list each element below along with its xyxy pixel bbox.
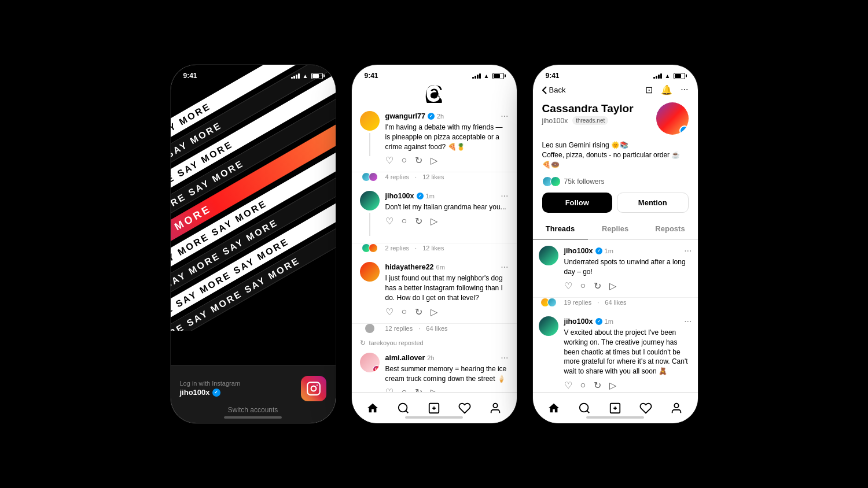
signal-icon-2 xyxy=(472,73,481,79)
share-icon-2[interactable]: ▷ xyxy=(431,216,437,227)
comment-profile-2[interactable]: ○ xyxy=(580,380,586,391)
compose-nav-icon-3[interactable] xyxy=(607,400,623,416)
comment-icon-1[interactable]: ○ xyxy=(402,155,407,166)
repost-icon-3[interactable]: ↻ xyxy=(415,306,422,317)
heart-profile-1[interactable]: ♡ xyxy=(564,280,572,291)
profile-verified-badge: ✓ xyxy=(679,125,689,135)
heart-icon-2[interactable]: ♡ xyxy=(385,216,393,227)
comment-icon-2[interactable]: ○ xyxy=(402,216,407,227)
more-options-icon[interactable]: ··· xyxy=(681,84,688,95)
repost-more-btn[interactable]: ··· xyxy=(501,353,508,363)
verified-1: ✓ xyxy=(428,113,435,120)
bell-icon[interactable]: 🔔 xyxy=(661,84,672,95)
tab-threads[interactable]: Threads xyxy=(533,219,588,239)
follow-button[interactable]: Follow xyxy=(542,193,613,213)
phone3-screen: 9:41 ▲ Back xyxy=(533,65,698,423)
profile-post-time-1: 1m xyxy=(605,247,613,254)
post-meta-3: hidayathere22 6m xyxy=(385,263,445,271)
feed-scroll-area[interactable]: gwangurl77 ✓ 2h ··· I'm having a debate … xyxy=(352,105,517,404)
status-icons-2: ▲ xyxy=(472,73,504,79)
tab-reposts[interactable]: Reposts xyxy=(643,219,698,239)
post-text-2: Don't let my Italian grandma hear you... xyxy=(385,202,509,212)
stats-avatars-2 xyxy=(362,243,378,253)
profile-followers: 75k followers xyxy=(533,174,698,193)
profile-nav-icon[interactable] xyxy=(487,400,503,416)
time-1: 9:41 xyxy=(183,72,197,80)
home-nav-icon[interactable] xyxy=(365,400,381,416)
repost-time: 2h xyxy=(427,354,434,361)
profile-tabs: Threads Replies Reposts xyxy=(533,219,698,240)
likes-text-3: 64 likes xyxy=(426,325,447,332)
post-3: hidayathere22 6m ··· I just found out th… xyxy=(352,256,517,323)
repost-icon-1[interactable]: ↻ xyxy=(415,155,422,166)
followers-avatars xyxy=(542,176,561,187)
profile-bio: Leo sun Gemini rising 🌞📚 Coffee, pizza, … xyxy=(533,139,698,174)
repost-profile-2[interactable]: ↻ xyxy=(594,380,601,391)
heart-nav-icon-3[interactable] xyxy=(638,400,654,416)
avatar-gwangurl77 xyxy=(360,111,380,131)
profile-post-text-1: Underrated spots to unwind after a long … xyxy=(564,257,692,277)
phone1-screen: 9:41 ▲ xyxy=(171,65,336,423)
comment-icon-3[interactable]: ○ xyxy=(402,306,407,317)
home-indicator-3 xyxy=(586,416,644,419)
more-btn-2[interactable]: ··· xyxy=(501,191,508,201)
heart-profile-2[interactable]: ♡ xyxy=(564,380,572,391)
wifi-icon-1: ▲ xyxy=(303,73,308,79)
search-nav-icon[interactable] xyxy=(395,400,411,416)
profile-post-1: jiho100x ✓ 1m ··· Underrated spots to un… xyxy=(533,240,698,298)
feed-header xyxy=(352,80,517,105)
threads-mini-badge: G xyxy=(373,365,380,372)
post-header-2: jiho100x ✓ 1m ··· xyxy=(385,191,509,201)
share-profile-1[interactable]: ▷ xyxy=(609,280,616,291)
repost-icon-2[interactable]: ↻ xyxy=(415,216,422,227)
profile-handle: jiho100x xyxy=(542,117,568,125)
heart-nav-icon[interactable] xyxy=(457,400,473,416)
battery-icon-1 xyxy=(311,73,323,79)
home-nav-icon-3[interactable] xyxy=(546,400,562,416)
profile-post-meta-1: jiho100x ✓ 1m xyxy=(564,247,613,255)
search-nav-icon-3[interactable] xyxy=(576,400,593,416)
post-content-3: hidayathere22 6m ··· I just found out th… xyxy=(385,262,509,317)
profile-post-more-1[interactable]: ··· xyxy=(684,246,692,256)
battery-icon-2 xyxy=(492,73,504,79)
signal-icon-1 xyxy=(291,73,300,79)
gallery-icon[interactable]: ⊡ xyxy=(645,84,653,95)
profile-thread-line-1 xyxy=(539,246,558,291)
bio-text-line2: Coffee, pizza, donuts - no particular or… xyxy=(542,150,689,170)
verified-2: ✓ xyxy=(417,193,424,199)
username-3: hidayathere22 xyxy=(385,263,434,271)
heart-icon-3[interactable]: ♡ xyxy=(385,306,393,317)
login-with-label: Log in with Instagram xyxy=(180,380,241,387)
phone-login: 9:41 ▲ xyxy=(171,65,336,423)
time-2: 9:41 xyxy=(365,72,378,80)
instagram-login-button[interactable] xyxy=(301,376,326,401)
profile-post-username-1: jiho100x xyxy=(564,247,593,255)
profile-nav-icon-3[interactable] xyxy=(668,400,685,416)
post-text-3: I just found out that my neighbor's dog … xyxy=(385,273,509,302)
mention-button[interactable]: Mention xyxy=(617,193,689,213)
wifi-icon-2: ▲ xyxy=(484,73,490,79)
post-meta-2: jiho100x ✓ 1m xyxy=(385,192,435,200)
phone-feed: 9:41 ▲ xyxy=(352,65,517,423)
post-text-1: I'm having a debate with my friends — is… xyxy=(385,123,509,151)
repost-header: aimi.allover 2h ··· xyxy=(385,353,509,363)
profile-stats-text-1: 19 replies xyxy=(564,299,592,306)
more-btn-3[interactable]: ··· xyxy=(501,262,508,272)
back-button[interactable]: Back xyxy=(542,86,566,94)
share-icon-1[interactable]: ▷ xyxy=(431,155,437,166)
stats-text-2: 2 replies xyxy=(385,245,410,252)
username-2: jiho100x xyxy=(385,192,414,200)
repost-profile-1[interactable]: ↻ xyxy=(594,280,601,291)
tab-replies[interactable]: Replies xyxy=(588,219,643,239)
comment-profile-1[interactable]: ○ xyxy=(580,280,586,291)
profile-post-more-2[interactable]: ··· xyxy=(684,316,692,327)
profile-posts-list: jiho100x ✓ 1m ··· Underrated spots to un… xyxy=(533,240,698,405)
repost-content: aimi.allover 2h ··· Best summer memory =… xyxy=(385,353,509,398)
share-profile-2[interactable]: ▷ xyxy=(609,380,616,391)
compose-nav-icon[interactable] xyxy=(426,400,442,416)
post-content-1: gwangurl77 ✓ 2h ··· I'm having a debate … xyxy=(385,111,509,166)
heart-icon-1[interactable]: ♡ xyxy=(385,155,393,166)
more-btn-1[interactable]: ··· xyxy=(501,111,508,121)
switch-accounts-link[interactable]: Switch accounts xyxy=(228,406,278,414)
share-icon-3[interactable]: ▷ xyxy=(431,306,437,317)
